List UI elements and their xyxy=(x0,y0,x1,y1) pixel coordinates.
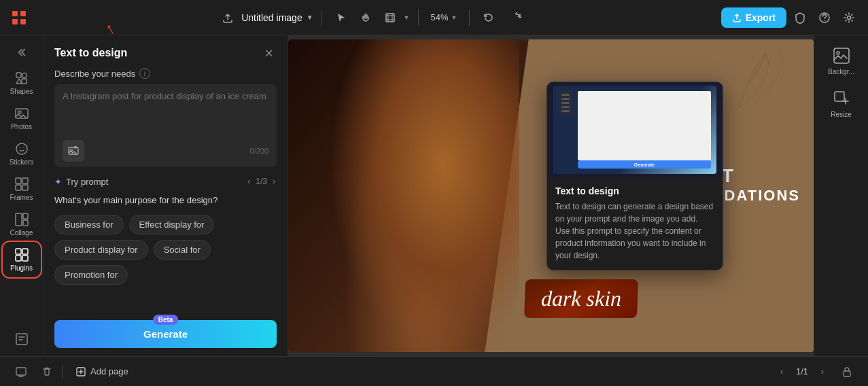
sidebar-item-collage[interactable]: Collage xyxy=(4,208,39,241)
panel-header: Text to design ✕ xyxy=(44,35,288,68)
tooltip-description: Text to design can generate a design bas… xyxy=(555,200,714,262)
toolbar-pointer-group: ▼ xyxy=(330,7,410,29)
shield-icon[interactable] xyxy=(789,7,811,29)
sidebar-plugins-label: Plugins xyxy=(10,264,33,272)
prompt-prev-button[interactable]: ‹ xyxy=(246,175,251,188)
svg-point-13 xyxy=(18,111,21,113)
svg-rect-0 xyxy=(10,8,29,27)
canvas-person-bg xyxy=(329,39,519,352)
redo-btn[interactable] xyxy=(505,7,527,29)
zoom-chevron-icon: ▼ xyxy=(451,14,457,21)
prompt-nav: ‹ 1/3 › xyxy=(246,175,277,188)
sparkle-icon: ✦ xyxy=(54,177,62,187)
right-panel-background[interactable]: Backgr... xyxy=(818,41,865,81)
upload-icon xyxy=(218,8,237,27)
tooltip-popup: Generate Text to design Text to design c… xyxy=(546,82,723,270)
sidebar-shapes-label: Shapes xyxy=(10,88,33,95)
divider3 xyxy=(469,10,470,26)
describe-label: Describe your needs i xyxy=(54,68,277,79)
try-prompt-header: ✦ Try prompt ‹ 1/3 › xyxy=(54,175,277,188)
svg-rect-36 xyxy=(16,368,26,375)
top-bar: Untitled image ▼ ▼ xyxy=(0,0,868,35)
tag-business[interactable]: Business for xyxy=(54,215,124,234)
svg-rect-21 xyxy=(23,220,28,226)
image-upload-button[interactable] xyxy=(63,140,84,162)
page-indicator: 1/1 xyxy=(796,366,808,376)
delete-btn[interactable] xyxy=(37,362,57,382)
export-button[interactable]: Export xyxy=(721,7,786,28)
zoom-level: 54% xyxy=(431,12,449,22)
zoom-control[interactable]: 54% ▼ xyxy=(427,10,462,25)
panel-close-button[interactable]: ✕ xyxy=(260,45,277,61)
generate-button[interactable]: Beta Generate xyxy=(54,320,277,348)
svg-rect-17 xyxy=(16,185,21,190)
pointer-tool-btn[interactable] xyxy=(330,7,352,29)
tooltip-title: Text to design xyxy=(555,186,714,196)
char-count: 0/200 xyxy=(249,147,268,155)
divider xyxy=(322,10,322,26)
sidebar-item-shapes[interactable]: Shapes xyxy=(4,67,39,99)
sidebar-item-notes[interactable] xyxy=(4,328,39,351)
beta-badge: Beta xyxy=(153,315,179,325)
hand-tool-btn[interactable] xyxy=(355,7,377,29)
tooltip-image: Generate xyxy=(547,82,723,177)
svg-rect-26 xyxy=(16,334,27,345)
page-prev-btn[interactable]: ‹ xyxy=(773,363,791,381)
tag-social[interactable]: Social for xyxy=(154,240,211,260)
svg-point-8 xyxy=(848,16,851,19)
canvas-leaf-decoration xyxy=(712,46,793,117)
sidebar-item-frames[interactable]: Frames xyxy=(4,173,39,205)
tag-effect-display[interactable]: Effect display for xyxy=(129,215,215,234)
svg-point-7 xyxy=(824,20,825,21)
chevron-down-icon: ▼ xyxy=(307,14,313,21)
sidebar-item-stickers[interactable]: Stickers xyxy=(4,137,39,170)
prompt-next-button[interactable]: › xyxy=(271,175,277,188)
svg-rect-35 xyxy=(835,92,844,101)
frame-tool-btn[interactable] xyxy=(379,7,401,29)
canvas-subtitle-area: dark skin xyxy=(525,279,800,318)
tooltip-img-bar: Generate xyxy=(578,160,711,169)
svg-rect-2 xyxy=(20,11,26,16)
sidebar-item-collapse[interactable] xyxy=(4,41,39,64)
svg-rect-16 xyxy=(22,178,28,183)
present-btn[interactable] xyxy=(11,362,31,382)
help-icon[interactable] xyxy=(814,7,835,29)
add-page-button[interactable]: Add page xyxy=(69,362,135,381)
right-panel-resize[interactable]: Resize xyxy=(818,84,865,124)
sidebar-item-plugins[interactable]: Plugins xyxy=(4,243,39,276)
svg-point-34 xyxy=(837,52,839,54)
undo-btn[interactable] xyxy=(478,7,500,29)
describe-textarea[interactable] xyxy=(63,91,268,135)
prompt-tags: Business for Effect display for Product … xyxy=(54,215,277,285)
textarea-wrap: 0/200 xyxy=(54,84,277,167)
svg-rect-24 xyxy=(16,256,21,261)
try-prompt-title: ✦ Try prompt xyxy=(54,177,108,187)
sidebar-stickers-label: Stickers xyxy=(10,158,34,166)
generate-area: Beta Generate xyxy=(44,312,288,356)
text-to-design-panel: ↑ Text to design ✕ Describe your needs i xyxy=(44,35,288,356)
file-name-label: Untitled image xyxy=(241,12,302,23)
main-area: Shapes Photos Stickers Fra xyxy=(0,35,868,356)
describe-section: Describe your needs i 0/200 xyxy=(44,68,288,175)
lock-icon[interactable] xyxy=(837,362,857,382)
app-logo[interactable] xyxy=(8,7,30,29)
svg-rect-23 xyxy=(22,249,28,254)
svg-rect-15 xyxy=(16,178,21,183)
canvas-subtitle-bg: dark skin xyxy=(524,279,638,318)
tooltip-body: Text to design Text to design can genera… xyxy=(547,177,723,270)
svg-rect-9 xyxy=(16,73,21,77)
tag-promotion[interactable]: Promotion for xyxy=(54,265,128,285)
bottom-divider xyxy=(63,365,63,379)
info-icon[interactable]: i xyxy=(139,68,150,79)
tooltip-image-inner: Generate xyxy=(553,86,716,174)
tag-product-display[interactable]: Product display for xyxy=(54,240,148,260)
bottom-right: ‹ 1/1 › xyxy=(773,362,857,382)
canvas-area: Generate Text to design Text to design c… xyxy=(288,35,814,356)
divider2 xyxy=(418,10,419,26)
svg-rect-4 xyxy=(20,19,26,24)
svg-rect-11 xyxy=(22,79,27,84)
file-name-area[interactable]: Untitled image ▼ xyxy=(218,8,313,27)
page-next-btn[interactable]: › xyxy=(814,363,831,381)
sidebar-item-photos[interactable]: Photos xyxy=(4,102,39,135)
settings-icon[interactable] xyxy=(838,7,860,29)
